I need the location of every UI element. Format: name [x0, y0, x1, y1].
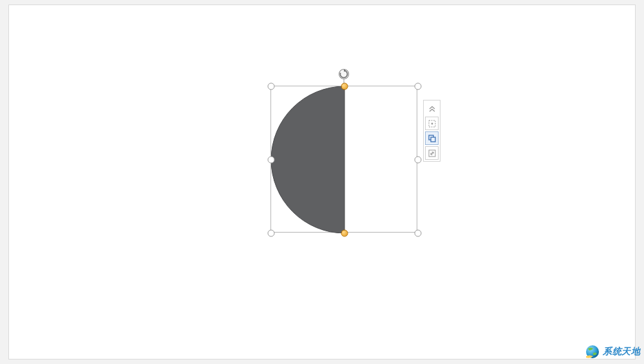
tool-center-button[interactable] — [425, 117, 439, 130]
svg-point-2 — [431, 122, 433, 124]
adjust-handle-top[interactable] — [341, 83, 348, 90]
selection-bounding-box[interactable] — [270, 86, 417, 233]
resize-arrow-icon — [428, 149, 437, 158]
chevron-double-up-icon — [428, 104, 437, 113]
center-target-icon — [428, 119, 437, 128]
adjust-handle-bottom[interactable] — [341, 230, 348, 237]
resize-handle-se[interactable] — [415, 230, 422, 237]
globe-icon — [583, 343, 600, 360]
half-circle-shape[interactable] — [271, 86, 418, 233]
resize-handle-nw[interactable] — [268, 83, 275, 90]
shape-tool-palette — [423, 100, 440, 162]
editor-canvas[interactable] — [8, 5, 636, 359]
resize-handle-sw[interactable] — [268, 230, 275, 237]
tool-multi-shape-button[interactable] — [425, 131, 439, 145]
tool-collapse-button[interactable] — [425, 102, 439, 115]
overlapping-squares-icon — [428, 134, 437, 143]
watermark-text: 系统天地 — [603, 346, 640, 358]
resize-handle-ne[interactable] — [415, 83, 422, 90]
tool-resize-button[interactable] — [425, 146, 439, 160]
watermark: 系统天地 — [583, 343, 640, 360]
svg-rect-4 — [431, 137, 435, 142]
rotate-handle[interactable] — [338, 68, 350, 80]
resize-handle-w[interactable] — [268, 157, 275, 164]
resize-handle-e[interactable] — [415, 157, 422, 164]
